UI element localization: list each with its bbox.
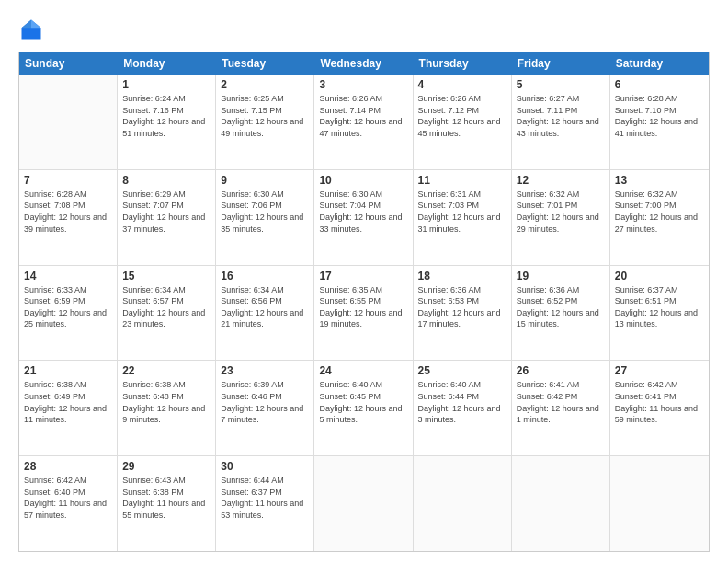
calendar-header: SundayMondayTuesdayWednesdayThursdayFrid…: [19, 52, 709, 75]
day-number: 8: [122, 174, 210, 187]
cal-cell-2: 2Sunrise: 6:25 AMSunset: 7:15 PMDaylight…: [216, 75, 314, 169]
calendar: SundayMondayTuesdayWednesdayThursdayFrid…: [18, 52, 710, 552]
cell-info: Sunrise: 6:32 AMSunset: 7:00 PMDaylight:…: [615, 189, 704, 235]
cal-cell-11: 11Sunrise: 6:31 AMSunset: 7:03 PMDayligh…: [414, 170, 512, 265]
day-number: 9: [221, 174, 309, 187]
calendar-row-2: 14Sunrise: 6:33 AMSunset: 6:59 PMDayligh…: [19, 266, 709, 362]
cell-info: Sunrise: 6:43 AMSunset: 6:38 PMDaylight:…: [122, 475, 210, 521]
cal-cell-20: 20Sunrise: 6:37 AMSunset: 6:51 PMDayligh…: [610, 266, 709, 361]
svg-marker-2: [22, 20, 32, 29]
cell-info: Sunrise: 6:31 AMSunset: 7:03 PMDaylight:…: [418, 189, 506, 235]
cal-cell-18: 18Sunrise: 6:36 AMSunset: 6:53 PMDayligh…: [414, 266, 512, 361]
cell-info: Sunrise: 6:29 AMSunset: 7:07 PMDaylight:…: [122, 189, 210, 235]
day-number: 5: [517, 78, 605, 91]
day-number: 28: [24, 460, 112, 473]
cal-cell-3: 3Sunrise: 6:26 AMSunset: 7:14 PMDaylight…: [314, 75, 413, 169]
cal-cell-15: 15Sunrise: 6:34 AMSunset: 6:57 PMDayligh…: [118, 266, 216, 361]
cell-info: Sunrise: 6:39 AMSunset: 6:46 PMDaylight:…: [221, 379, 309, 425]
cell-info: Sunrise: 6:40 AMSunset: 6:45 PMDaylight:…: [319, 379, 407, 425]
cal-cell-empty: [610, 456, 709, 551]
day-number: 23: [221, 364, 309, 377]
day-number: 29: [122, 460, 210, 473]
day-number: 25: [418, 364, 506, 377]
cell-info: Sunrise: 6:34 AMSunset: 6:57 PMDaylight:…: [122, 284, 210, 330]
calendar-row-0: 1Sunrise: 6:24 AMSunset: 7:16 PMDaylight…: [19, 75, 709, 170]
cell-info: Sunrise: 6:28 AMSunset: 7:08 PMDaylight:…: [24, 189, 112, 235]
cal-cell-24: 24Sunrise: 6:40 AMSunset: 6:45 PMDayligh…: [314, 361, 413, 455]
cal-cell-1: 1Sunrise: 6:24 AMSunset: 7:16 PMDaylight…: [118, 75, 216, 169]
cell-info: Sunrise: 6:30 AMSunset: 7:04 PMDaylight:…: [319, 189, 407, 235]
cell-info: Sunrise: 6:24 AMSunset: 7:16 PMDaylight:…: [122, 93, 210, 139]
cal-cell-17: 17Sunrise: 6:35 AMSunset: 6:55 PMDayligh…: [314, 266, 413, 361]
header-day-sunday: Sunday: [19, 52, 118, 75]
day-number: 21: [24, 364, 112, 377]
cal-cell-28: 28Sunrise: 6:42 AMSunset: 6:40 PMDayligh…: [19, 456, 118, 551]
day-number: 1: [122, 78, 210, 91]
cell-info: Sunrise: 6:26 AMSunset: 7:12 PMDaylight:…: [418, 93, 506, 139]
header-day-friday: Friday: [512, 52, 610, 75]
cell-info: Sunrise: 6:32 AMSunset: 7:01 PMDaylight:…: [517, 189, 605, 235]
cal-cell-26: 26Sunrise: 6:41 AMSunset: 6:42 PMDayligh…: [512, 361, 610, 455]
day-number: 4: [418, 78, 506, 91]
cal-cell-21: 21Sunrise: 6:38 AMSunset: 6:49 PMDayligh…: [19, 361, 118, 455]
day-number: 7: [24, 174, 112, 187]
cell-info: Sunrise: 6:27 AMSunset: 7:11 PMDaylight:…: [517, 93, 605, 139]
day-number: 2: [221, 78, 309, 91]
cell-info: Sunrise: 6:38 AMSunset: 6:48 PMDaylight:…: [122, 379, 210, 425]
day-number: 24: [319, 364, 407, 377]
day-number: 3: [319, 78, 407, 91]
day-number: 10: [319, 174, 407, 187]
cell-info: Sunrise: 6:25 AMSunset: 7:15 PMDaylight:…: [221, 93, 309, 139]
cell-info: Sunrise: 6:44 AMSunset: 6:37 PMDaylight:…: [221, 475, 309, 521]
cell-info: Sunrise: 6:26 AMSunset: 7:14 PMDaylight:…: [319, 93, 407, 139]
day-number: 27: [615, 364, 704, 377]
calendar-row-1: 7Sunrise: 6:28 AMSunset: 7:08 PMDaylight…: [19, 170, 709, 266]
header: [18, 17, 710, 42]
cal-cell-9: 9Sunrise: 6:30 AMSunset: 7:06 PMDaylight…: [216, 170, 314, 265]
cell-info: Sunrise: 6:30 AMSunset: 7:06 PMDaylight:…: [221, 189, 309, 235]
day-number: 17: [319, 270, 407, 282]
day-number: 26: [517, 364, 605, 377]
cal-cell-30: 30Sunrise: 6:44 AMSunset: 6:37 PMDayligh…: [216, 456, 314, 551]
day-number: 12: [517, 174, 605, 187]
header-day-thursday: Thursday: [414, 52, 512, 75]
day-number: 30: [221, 460, 309, 473]
day-number: 18: [418, 270, 506, 282]
header-day-tuesday: Tuesday: [216, 52, 314, 75]
cell-info: Sunrise: 6:28 AMSunset: 7:10 PMDaylight:…: [615, 93, 704, 139]
page: SundayMondayTuesdayWednesdayThursdayFrid…: [0, 0, 728, 563]
cell-info: Sunrise: 6:42 AMSunset: 6:40 PMDaylight:…: [24, 475, 112, 521]
cal-cell-25: 25Sunrise: 6:40 AMSunset: 6:44 PMDayligh…: [414, 361, 512, 455]
day-number: 19: [517, 270, 605, 282]
cal-cell-27: 27Sunrise: 6:42 AMSunset: 6:41 PMDayligh…: [610, 361, 709, 455]
calendar-row-4: 28Sunrise: 6:42 AMSunset: 6:40 PMDayligh…: [19, 456, 709, 551]
header-day-saturday: Saturday: [610, 52, 709, 75]
header-day-wednesday: Wednesday: [314, 52, 413, 75]
calendar-body: 1Sunrise: 6:24 AMSunset: 7:16 PMDaylight…: [19, 75, 709, 551]
cal-cell-5: 5Sunrise: 6:27 AMSunset: 7:11 PMDaylight…: [512, 75, 610, 169]
cell-info: Sunrise: 6:34 AMSunset: 6:56 PMDaylight:…: [221, 284, 309, 330]
logo: [18, 17, 48, 42]
cell-info: Sunrise: 6:35 AMSunset: 6:55 PMDaylight:…: [319, 284, 407, 330]
cell-info: Sunrise: 6:36 AMSunset: 6:52 PMDaylight:…: [517, 284, 605, 330]
svg-marker-1: [31, 20, 41, 29]
cal-cell-empty: [512, 456, 610, 551]
cal-cell-22: 22Sunrise: 6:38 AMSunset: 6:48 PMDayligh…: [118, 361, 216, 455]
cal-cell-8: 8Sunrise: 6:29 AMSunset: 7:07 PMDaylight…: [118, 170, 216, 265]
cell-info: Sunrise: 6:40 AMSunset: 6:44 PMDaylight:…: [418, 379, 506, 425]
cal-cell-empty: [314, 456, 413, 551]
cal-cell-6: 6Sunrise: 6:28 AMSunset: 7:10 PMDaylight…: [610, 75, 709, 169]
day-number: 14: [24, 270, 112, 282]
cell-info: Sunrise: 6:33 AMSunset: 6:59 PMDaylight:…: [24, 284, 112, 330]
cell-info: Sunrise: 6:41 AMSunset: 6:42 PMDaylight:…: [517, 379, 605, 425]
cell-info: Sunrise: 6:37 AMSunset: 6:51 PMDaylight:…: [615, 284, 704, 330]
cal-cell-empty: [414, 456, 512, 551]
logo-icon: [18, 17, 44, 42]
day-number: 16: [221, 270, 309, 282]
cal-cell-13: 13Sunrise: 6:32 AMSunset: 7:00 PMDayligh…: [610, 170, 709, 265]
calendar-row-3: 21Sunrise: 6:38 AMSunset: 6:49 PMDayligh…: [19, 361, 709, 456]
day-number: 15: [122, 270, 210, 282]
cal-cell-empty: [19, 75, 118, 169]
day-number: 20: [615, 270, 704, 282]
cal-cell-29: 29Sunrise: 6:43 AMSunset: 6:38 PMDayligh…: [118, 456, 216, 551]
